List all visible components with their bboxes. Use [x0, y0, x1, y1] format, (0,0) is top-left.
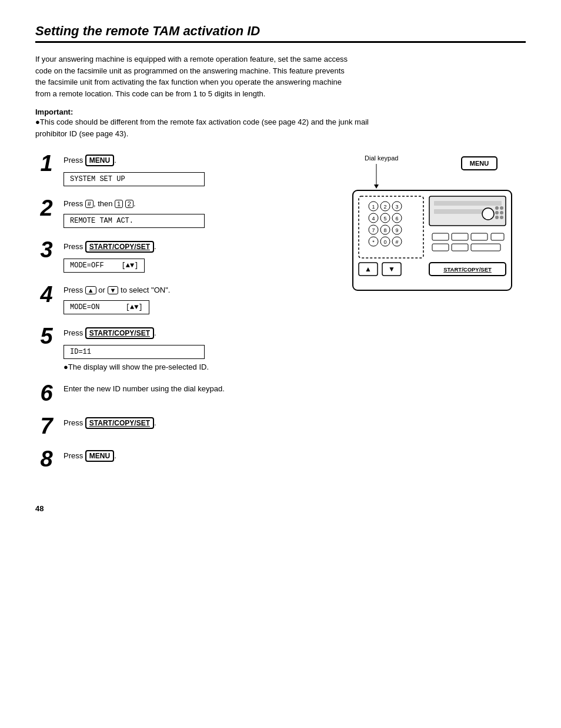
step-content-8: Press MENU. [64, 448, 329, 465]
key-1: 1 [115, 200, 123, 208]
step-3: 3 Press START/COPY/SET. MODE=OFF [▲▼] [35, 239, 329, 273]
svg-text:MENU: MENU [470, 160, 489, 167]
svg-rect-40 [471, 244, 500, 251]
step-text-1: Press MENU. [64, 155, 329, 166]
step-content-3: Press START/COPY/SET. MODE=OFF [▲▼] [64, 239, 329, 273]
step-number-8: 8 [35, 448, 58, 470]
step-6: 6 Enter the new ID number using the dial… [35, 382, 329, 404]
start-copy-set-key-5: START/COPY/SET [85, 327, 154, 339]
svg-text:1: 1 [372, 204, 375, 210]
svg-text:8: 8 [383, 227, 386, 233]
mode-off-text: MODE=OFF [70, 261, 104, 270]
svg-text:START/COPY/SET: START/COPY/SET [443, 266, 492, 273]
step-5: 5 Press START/COPY/SET. ID=11 ●The displ… [35, 325, 329, 371]
step-content-7: Press START/COPY/SET. [64, 415, 329, 432]
svg-rect-36 [471, 233, 487, 240]
step-number-3: 3 [35, 239, 58, 261]
step-text-6: Enter the new ID number using the dial k… [64, 384, 329, 393]
step-8: 8 Press MENU. [35, 448, 329, 470]
menu-key-8: MENU [85, 450, 114, 462]
step-content-1: Press MENU. SYSTEM SET UP [64, 152, 329, 186]
diagram-area: MENU Dial keypad 1 2 3 4 5 6 [347, 152, 523, 481]
step-number-2: 2 [35, 197, 58, 219]
svg-text:▼: ▼ [388, 265, 395, 273]
page-title: Setting the remote TAM activation ID [35, 24, 526, 43]
key-2: 2 [125, 200, 133, 208]
svg-rect-38 [432, 244, 449, 251]
step-content-2: Press #, then 1 2. REMOTE TAM ACT. [64, 197, 329, 228]
svg-point-44 [495, 211, 499, 214]
svg-rect-39 [452, 244, 468, 251]
svg-text:*: * [372, 239, 375, 245]
svg-point-47 [500, 216, 503, 219]
page-number: 48 [35, 504, 526, 513]
machine-diagram: MENU Dial keypad 1 2 3 4 5 6 [347, 152, 517, 311]
step-text-7: Press START/COPY/SET. [64, 417, 329, 429]
display-box-2: REMOTE TAM ACT. [64, 214, 205, 228]
step-content-6: Enter the new ID number using the dial k… [64, 382, 329, 397]
step-7: 7 Press START/COPY/SET. [35, 415, 329, 437]
step-2: 2 Press #, then 1 2. REMOTE TAM ACT. [35, 197, 329, 228]
svg-rect-5 [359, 196, 423, 258]
start-copy-set-key-7: START/COPY/SET [85, 417, 154, 429]
important-label: Important: [35, 108, 73, 116]
dial-keypad-label: Dial keypad [365, 155, 398, 162]
important-section: Important: ●This code should be differen… [35, 108, 400, 139]
svg-text:6: 6 [395, 216, 398, 222]
down-key: ▼ [108, 286, 119, 294]
svg-text:0: 0 [383, 239, 386, 245]
svg-text:5: 5 [383, 216, 386, 222]
svg-point-42 [495, 206, 499, 210]
step-1: 1 Press MENU. SYSTEM SET UP [35, 152, 329, 186]
hash-key: # [85, 200, 94, 208]
svg-point-46 [495, 216, 499, 219]
menu-key-1: MENU [85, 155, 114, 166]
step-text-3: Press START/COPY/SET. [64, 241, 329, 253]
svg-text:3: 3 [395, 204, 398, 210]
intro-text: If your answering machine is equipped wi… [35, 53, 353, 99]
svg-rect-37 [491, 233, 504, 240]
svg-text:2: 2 [383, 204, 386, 210]
svg-rect-34 [432, 233, 449, 240]
svg-rect-35 [452, 233, 468, 240]
step-content-5: Press START/COPY/SET. ID=11 ●The display… [64, 325, 329, 371]
svg-point-43 [500, 206, 503, 210]
step-text-5: Press START/COPY/SET. [64, 327, 329, 339]
step-text-2: Press #, then 1 2. [64, 199, 329, 208]
arrows-4: [▲▼] [126, 303, 143, 311]
mode-on-text: MODE=ON [70, 303, 108, 311]
step-number-1: 1 [35, 152, 58, 175]
svg-point-45 [500, 211, 503, 214]
important-text: ●This code should be different from the … [35, 118, 369, 138]
step-number-6: 6 [35, 382, 58, 404]
svg-text:▲: ▲ [365, 265, 372, 273]
step-number-4: 4 [35, 283, 58, 306]
step-number-5: 5 [35, 325, 58, 347]
steps-area: 1 Press MENU. SYSTEM SET UP 2 Press #, t… [35, 152, 329, 481]
start-copy-set-key-3: START/COPY/SET [85, 241, 154, 253]
svg-point-41 [482, 208, 494, 220]
svg-rect-31 [434, 201, 502, 206]
display-box-5: ID=11 [64, 345, 205, 359]
svg-text:7: 7 [372, 227, 375, 233]
svg-text:4: 4 [372, 216, 375, 222]
step-content-4: Press ▲ or ▼ to select "ON". MODE=ON [▲▼… [64, 283, 329, 314]
display-box-4: MODE=ON [▲▼] [64, 300, 149, 314]
display-box-1: SYSTEM SET UP [64, 172, 205, 186]
svg-text:9: 9 [395, 227, 398, 233]
step-text-4: Press ▲ or ▼ to select "ON". [64, 286, 329, 294]
step-5-note: ●The display will show the pre-selected … [64, 363, 329, 371]
display-box-3: MODE=OFF [▲▼] [64, 259, 145, 273]
up-key: ▲ [85, 286, 96, 294]
content-area: 1 Press MENU. SYSTEM SET UP 2 Press #, t… [35, 152, 526, 481]
svg-text:#: # [395, 239, 398, 245]
arrows-3: [▲▼] [122, 261, 139, 270]
step-4: 4 Press ▲ or ▼ to select "ON". MODE=ON [… [35, 283, 329, 314]
step-text-8: Press MENU. [64, 450, 329, 462]
svg-rect-32 [434, 209, 487, 214]
svg-marker-3 [374, 184, 379, 189]
step-number-7: 7 [35, 415, 58, 437]
